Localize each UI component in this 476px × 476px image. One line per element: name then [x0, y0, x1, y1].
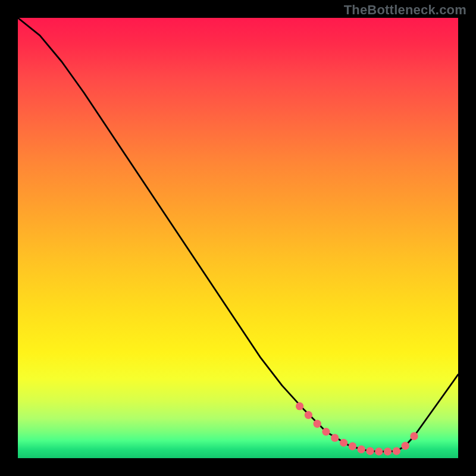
optimal-marker — [349, 442, 356, 450]
optimal-marker — [305, 411, 312, 419]
bottleneck-curve — [18, 18, 458, 452]
bottleneck-curve-plot — [18, 18, 458, 458]
optimal-marker — [296, 402, 303, 410]
optimal-marker — [375, 447, 383, 455]
optimal-marker — [410, 432, 418, 440]
optimal-marker — [393, 447, 400, 455]
optimal-marker — [366, 447, 374, 455]
optimal-marker — [340, 439, 347, 446]
optimal-marker — [402, 442, 409, 450]
chart-frame: TheBottleneck.com — [0, 0, 476, 476]
optimal-marker — [384, 447, 392, 455]
optimal-marker — [314, 420, 321, 428]
optimal-marker — [322, 428, 330, 436]
brand-label: TheBottleneck.com — [344, 2, 466, 18]
optimal-marker — [358, 446, 365, 453]
optimal-marker — [331, 434, 339, 441]
